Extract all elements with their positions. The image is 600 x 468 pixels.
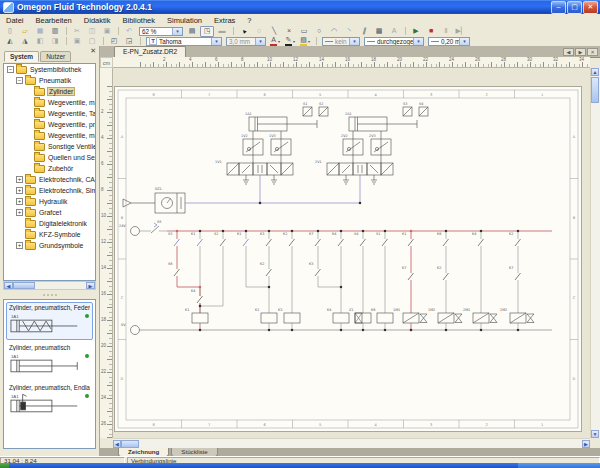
toolbar-play-icon[interactable]: ▶ — [409, 26, 423, 37]
cylinder-group-1[interactable] — [227, 107, 328, 184]
toolbar-zoom-combo[interactable]: 62 %▾ — [139, 27, 183, 36]
horizontal-scrollbar[interactable]: ◀ ▶ — [113, 438, 590, 448]
toolbar-step-icon[interactable]: ▶▏ — [454, 26, 468, 37]
app-icon[interactable] — [3, 2, 14, 13]
toolbar-save-icon[interactable]: ▦ — [33, 26, 47, 37]
sidebar-item-wegeventile-tastr[interactable]: Wegeventile, Tastr... — [4, 108, 95, 119]
toolbar-ungroup-icon[interactable]: ▢ — [85, 36, 99, 47]
scroll-right-icon[interactable]: ▶ — [582, 440, 590, 448]
sidebar-item-pneumatik[interactable]: −Pneumatik — [4, 75, 95, 86]
toolbar-group-icon[interactable]: ▣ — [70, 36, 84, 47]
toolbar-delete-icon[interactable]: × — [282, 26, 296, 37]
toolbar-oval-icon[interactable]: ▬ — [215, 26, 229, 37]
toolbar-pointer-icon[interactable]: ▲ — [237, 26, 251, 37]
drawing-canvas[interactable]: 8765432187654321ABCDABCD1A12A1S1S2S3S41V… — [113, 68, 590, 438]
toolbar-cut-icon[interactable]: ✂ — [70, 26, 84, 37]
taskbar-start-sliver[interactable] — [0, 463, 9, 468]
sidebar-item-wegeventile-manu[interactable]: Wegeventile, manu... — [4, 97, 95, 108]
expand-icon[interactable]: + — [16, 209, 23, 216]
toolbar-line-icon[interactable]: ╲ — [267, 26, 281, 37]
sidebar-item-grafcet[interactable]: +Grafcet — [4, 207, 95, 218]
toolbar-mirror-h-icon[interactable]: ◧ — [33, 36, 47, 47]
expand-icon[interactable]: + — [16, 242, 23, 249]
scroll-left-icon[interactable]: ◀ — [113, 440, 121, 448]
toolbar-text-icon[interactable]: A — [387, 26, 401, 37]
taskbar[interactable] — [0, 463, 600, 468]
tree-horizontal-scrollbar[interactable]: ◀ ▶ — [3, 281, 96, 290]
toolbar-rect-icon[interactable]: ▭ — [297, 26, 311, 37]
sidebar-close-icon[interactable]: ✕ — [90, 47, 96, 55]
menu-item-?[interactable]: ? — [241, 16, 257, 25]
scroll-left-icon[interactable]: ◀ — [4, 282, 13, 289]
scroll-right-icon[interactable]: ▶ — [86, 282, 95, 289]
list-item[interactable]: Zylinder, pneumatisch 1A1 — [6, 342, 93, 380]
sidebar-item-wegeventile-magn[interactable]: Wegeventile, magn... — [4, 130, 95, 141]
cylinder-group-2[interactable] — [327, 107, 428, 184]
toolbar-paste-icon[interactable]: ▣ — [100, 26, 114, 37]
toolbar-undo-icon[interactable]: ↶ — [122, 26, 136, 37]
toolbar-open-icon[interactable]: ▱ — [18, 26, 32, 37]
sidebar-item-sonstige-ventile[interactable]: Sonstige Ventile — [4, 141, 95, 152]
air-service-unit[interactable] — [123, 193, 185, 213]
toolbar-copy-icon[interactable]: ◫ — [85, 26, 99, 37]
tab-close-icon[interactable]: ✕ — [587, 48, 598, 56]
sidebar-item-kfz-symbole[interactable]: KFZ-Symbole — [4, 229, 95, 240]
sidebar-item-hydraulik[interactable]: +Hydraulik — [4, 196, 95, 207]
collapse-icon[interactable]: − — [7, 66, 14, 73]
menu-item-bibliothek[interactable]: Bibliothek — [116, 16, 161, 25]
scroll-thumb[interactable] — [591, 77, 599, 103]
collapse-icon[interactable]: − — [16, 77, 23, 84]
vertical-scrollbar[interactable]: ▲ ▼ — [590, 68, 600, 438]
tab-system[interactable]: System — [4, 51, 39, 62]
toolbar-rotate-right-icon[interactable]: ◮ — [18, 36, 32, 47]
minimize-button[interactable]: – — [551, 1, 566, 14]
toolbar-print-icon[interactable]: ▥ — [48, 26, 62, 37]
pneumatic-circuit[interactable] — [123, 107, 428, 213]
sidebar-item-digitalelektronik[interactable]: Digitalelektronik — [4, 218, 95, 229]
close-button[interactable]: ✕ — [583, 1, 598, 14]
toolbar-linecolor-icon[interactable]: ✎▾ — [283, 36, 297, 47]
sidebar-item-systembibliothek[interactable]: −Systembibliothek — [4, 64, 95, 75]
toolbar-new-icon[interactable]: ▯ — [3, 26, 17, 37]
restore-button[interactable]: ▢ — [567, 1, 582, 14]
list-item[interactable]: Zylinder, pneumatisch, Endlag... 1A1 — [6, 382, 93, 420]
expand-icon[interactable]: + — [16, 176, 23, 183]
tab-next-icon[interactable]: ▶ — [575, 48, 586, 56]
menu-item-bearbeiten[interactable]: Bearbeiten — [30, 16, 78, 25]
sidebar-item-zubeh-r[interactable]: Zubehör — [4, 163, 95, 174]
toolbar-lineend-combo[interactable]: kein▾ — [322, 37, 360, 46]
menu-item-datei[interactable]: Datei — [0, 16, 30, 25]
tab-prev-icon[interactable]: ◀ — [563, 48, 574, 56]
sidebar-item-elektrotechnik-cad[interactable]: +Elektrotechnik, CAD — [4, 174, 95, 185]
menu-item-didaktik[interactable]: Didaktik — [78, 16, 117, 25]
toolbar-mirror-v-icon[interactable]: ◨ — [48, 36, 62, 47]
toolbar-frame-icon[interactable]: ◳ — [200, 26, 214, 37]
schematic-drawing[interactable]: 8765432187654321ABCDABCD1A12A1S1S2S3S41V… — [115, 87, 581, 431]
toolbar-linestyle-combo[interactable]: durchgezogen▾ — [364, 37, 424, 46]
panel-splitter[interactable] — [3, 292, 96, 298]
toolbar-linewidth-combo[interactable]: 0,20 mm▾ — [428, 37, 470, 46]
toolbar-pause-icon[interactable]: Ⅱ — [439, 26, 453, 37]
expand-icon[interactable]: + — [16, 187, 23, 194]
toolbar-image-icon[interactable]: ▩ — [372, 26, 386, 37]
tab-nutzer[interactable]: Nutzer — [40, 51, 71, 62]
toolbar-select-part-icon[interactable]: ◲ — [122, 36, 136, 47]
scroll-down-icon[interactable]: ▼ — [591, 430, 599, 438]
toolbar-fillcolor-icon[interactable]: ▧▾ — [298, 36, 312, 47]
toolbar-font-combo[interactable]: TTahoma▾ — [146, 37, 222, 46]
drawing-page[interactable]: 8765432187654321ABCDABCD1A12A1S1S2S3S41V… — [114, 86, 582, 432]
toolbar-pagelist-icon[interactable]: ▤ — [185, 26, 199, 37]
sidebar-item-wegeventile-pneu[interactable]: Wegeventile, pneu... — [4, 119, 95, 130]
sidebar-item-zylinder[interactable]: Zylinder — [4, 86, 95, 97]
toolbar-fontcolor-icon[interactable]: A▾ — [268, 36, 282, 47]
toolbar-select-all-icon[interactable]: ◰ — [107, 36, 121, 47]
toolbar-rotate-left-icon[interactable]: ◭ — [3, 36, 17, 47]
sidebar-item-quellen-und-senken[interactable]: Quellen und Senken — [4, 152, 95, 163]
toolbar-stop-icon[interactable]: ■ — [424, 26, 438, 37]
document-tab[interactable]: E-PN_Zusatz.DR2 — [114, 46, 186, 57]
toolbar-arc2-icon[interactable]: ◝ — [342, 26, 356, 37]
expand-icon[interactable]: + — [16, 198, 23, 205]
list-item[interactable]: Zylinder, pneumatisch, Feder... 1A1 — [6, 302, 93, 340]
menu-item-simulation[interactable]: Simulation — [161, 16, 208, 25]
ladder-circuit[interactable] — [131, 223, 553, 335]
